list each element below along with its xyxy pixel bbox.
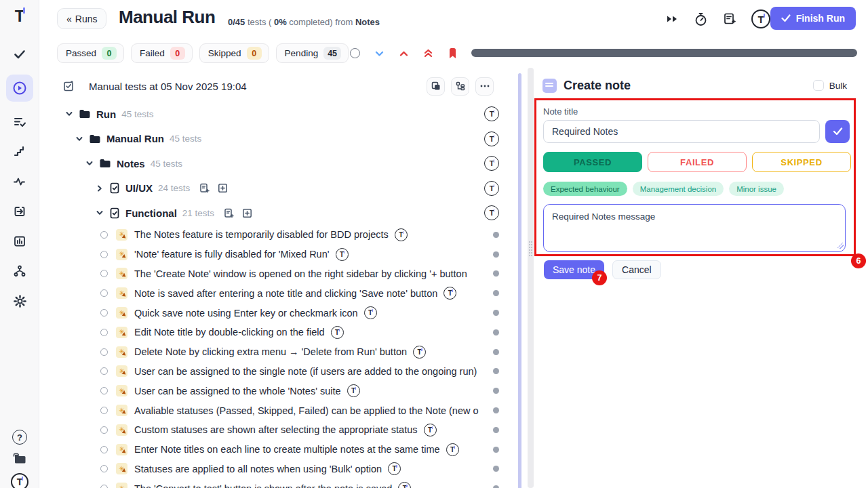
test-row[interactable]: ✳ User can be assigned to the single not… bbox=[39, 362, 515, 382]
assignee-badge[interactable]: T bbox=[484, 106, 499, 121]
assignee-avatar[interactable]: T bbox=[751, 9, 770, 28]
chevron-icon[interactable] bbox=[85, 159, 96, 168]
test-status-circle[interactable] bbox=[100, 446, 108, 453]
assignee-badge[interactable]: T bbox=[364, 306, 377, 319]
sidebar-item-pulse[interactable] bbox=[6, 172, 33, 191]
test-status-circle[interactable] bbox=[100, 348, 108, 356]
add-test-icon[interactable] bbox=[218, 183, 228, 193]
test-row[interactable]: ✳ Avaliable statuses (Passed, Skipped, F… bbox=[39, 401, 515, 420]
tree-row[interactable]: Manual Run 45 tests T bbox=[39, 127, 515, 152]
note-tag[interactable]: Expected behaviour bbox=[543, 182, 627, 196]
status-button-failed[interactable]: FAILED bbox=[648, 152, 747, 172]
timer-icon[interactable] bbox=[694, 12, 708, 26]
assignee-badge[interactable]: T bbox=[484, 156, 499, 171]
test-row[interactable]: ✳ Edit Note title by double-clicking on … bbox=[39, 323, 515, 342]
assignee-badge[interactable]: T bbox=[484, 181, 499, 196]
sidebar-item-runs[interactable] bbox=[6, 75, 33, 102]
test-row[interactable]: ✳ Delete Note by clicking extra menu → '… bbox=[39, 342, 515, 362]
sidebar-item-branches[interactable] bbox=[6, 262, 33, 281]
assignee-badge[interactable]: T bbox=[484, 205, 499, 220]
status-button-passed[interactable]: PASSED bbox=[543, 152, 642, 172]
finish-run-button[interactable]: Finish Run bbox=[770, 7, 856, 30]
assignee-badge[interactable]: T bbox=[388, 462, 401, 475]
chevron-down-icon[interactable] bbox=[374, 49, 384, 58]
assignee-badge[interactable]: T bbox=[347, 384, 360, 397]
assignee-badge[interactable]: T bbox=[424, 424, 437, 436]
chevron-up-icon[interactable] bbox=[399, 49, 409, 58]
assignee-badge[interactable]: T bbox=[443, 287, 456, 300]
test-row[interactable]: ✳ Statuses are applied to all notes when… bbox=[39, 460, 515, 479]
panel-resize-handle[interactable] bbox=[528, 68, 534, 488]
chevron-icon[interactable] bbox=[95, 208, 106, 218]
sidebar-item-milestones[interactable] bbox=[6, 142, 33, 161]
note-tag[interactable]: Minor issue bbox=[729, 182, 784, 196]
sidebar-item-settings[interactable] bbox=[6, 291, 33, 310]
tree-view-button[interactable] bbox=[451, 77, 469, 96]
chevron-icon[interactable] bbox=[64, 109, 75, 119]
add-note-icon[interactable] bbox=[723, 12, 736, 26]
sidebar-item-analytics[interactable] bbox=[6, 232, 33, 251]
filter-chip-failed[interactable]: Failed 0 bbox=[131, 43, 193, 63]
assignee-badge[interactable]: T bbox=[413, 346, 426, 359]
test-row[interactable]: ✳ The 'Create Note' window is opened on … bbox=[39, 264, 515, 284]
test-row[interactable]: ✳ Quick save note using Enter key or che… bbox=[39, 303, 515, 323]
textarea-resize-grip[interactable] bbox=[837, 243, 844, 249]
add-test-icon[interactable] bbox=[242, 208, 252, 218]
test-row[interactable]: ✳ Enter Note titles on each line to crea… bbox=[39, 440, 515, 460]
test-status-circle[interactable] bbox=[100, 289, 108, 297]
help-icon[interactable]: ? bbox=[12, 430, 27, 445]
test-row[interactable]: ✳ Note is saved after entering a note ti… bbox=[39, 283, 515, 303]
chevron-icon[interactable] bbox=[75, 134, 85, 144]
note-title-input[interactable] bbox=[543, 120, 820, 143]
filter-chip-skipped[interactable]: Skipped 0 bbox=[199, 43, 269, 63]
test-status-circle[interactable] bbox=[100, 367, 108, 375]
add-note-to-suite-icon[interactable] bbox=[199, 183, 210, 193]
assignee-badge[interactable]: T bbox=[446, 443, 459, 456]
test-status-circle[interactable] bbox=[100, 251, 108, 258]
bulk-toggle[interactable]: Bulk bbox=[813, 80, 847, 91]
test-status-circle[interactable] bbox=[100, 270, 108, 277]
bookmark-icon[interactable] bbox=[448, 47, 458, 59]
assignee-badge[interactable]: T bbox=[395, 228, 408, 241]
test-row[interactable]: ✳ 'Note' feature is fully disabled for '… bbox=[39, 245, 515, 264]
test-row[interactable]: ✳ The Notes feature is temporarily disab… bbox=[39, 225, 515, 245]
test-status-circle[interactable] bbox=[100, 309, 108, 317]
tree-row[interactable]: Run 45 tests T bbox=[39, 102, 515, 127]
more-options-button[interactable] bbox=[475, 77, 494, 96]
double-chevron-up-icon[interactable] bbox=[423, 48, 433, 58]
assignee-badge[interactable]: T bbox=[336, 248, 349, 261]
tree-row[interactable]: UI/UX 24 tests T bbox=[39, 176, 515, 201]
test-status-circle[interactable] bbox=[100, 407, 108, 414]
assignee-badge[interactable]: T bbox=[398, 482, 411, 488]
sidebar-item-tests[interactable] bbox=[6, 45, 33, 64]
chevron-icon[interactable] bbox=[95, 184, 106, 193]
status-button-skipped[interactable]: SKIPPED bbox=[752, 152, 851, 172]
sidebar-item-imports[interactable] bbox=[6, 202, 33, 221]
add-note-to-suite-icon[interactable] bbox=[224, 208, 234, 218]
note-message-textarea[interactable] bbox=[543, 204, 846, 252]
fast-forward-icon[interactable] bbox=[666, 14, 679, 24]
note-tag[interactable]: Management decision bbox=[633, 182, 724, 196]
test-status-circle[interactable] bbox=[100, 231, 108, 239]
test-status-circle[interactable] bbox=[100, 465, 108, 472]
assignee-badge[interactable]: T bbox=[331, 326, 344, 339]
cancel-button[interactable]: Cancel bbox=[612, 260, 661, 279]
test-status-circle[interactable] bbox=[100, 485, 108, 488]
status-circle-filter-icon[interactable] bbox=[350, 48, 360, 58]
copy-run-button[interactable] bbox=[427, 77, 445, 96]
projects-folder-icon[interactable] bbox=[12, 452, 27, 466]
tree-row[interactable]: Notes 45 tests T bbox=[39, 151, 515, 176]
assignee-badge[interactable]: T bbox=[484, 131, 499, 146]
workspace-logo[interactable]: T bbox=[11, 473, 28, 488]
quick-save-button[interactable] bbox=[825, 120, 850, 143]
sidebar-item-plans[interactable] bbox=[6, 113, 33, 131]
tree-row[interactable]: Functional 21 tests T bbox=[39, 201, 515, 226]
bulk-checkbox[interactable] bbox=[813, 80, 824, 91]
filter-chip-passed[interactable]: Passed 0 bbox=[57, 43, 124, 63]
test-status-circle[interactable] bbox=[100, 387, 108, 394]
test-row[interactable]: ✳ The 'Convert to test' button is shown … bbox=[39, 479, 515, 488]
test-status-circle[interactable] bbox=[100, 329, 108, 336]
test-row[interactable]: ✳ Custom statuses are shown after select… bbox=[39, 420, 515, 440]
test-row[interactable]: ✳ User can be assigned to the whole 'Not… bbox=[39, 381, 515, 401]
app-logo[interactable]: T bbox=[0, 7, 39, 26]
